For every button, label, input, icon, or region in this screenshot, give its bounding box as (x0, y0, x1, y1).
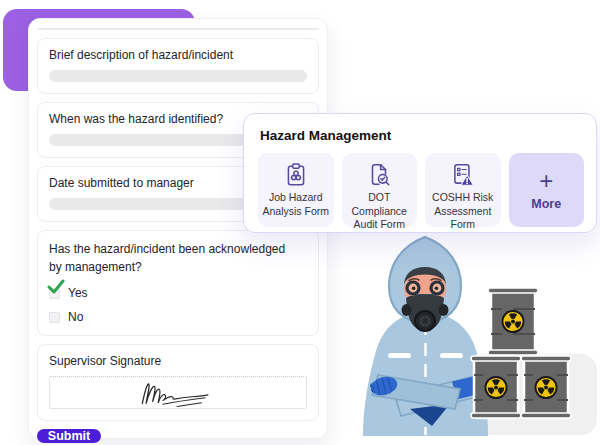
signature-label: Supervisor Signature (49, 354, 307, 368)
field-label: Brief description of hazard/incident (49, 48, 307, 62)
plus-icon: + (539, 169, 553, 193)
hazard-management-tiles: Job Hazard Analysis Form DOT Compliance … (258, 153, 584, 227)
field-brief-description: Brief description of hazard/incident (37, 38, 319, 94)
signature-box[interactable] (49, 376, 307, 409)
tile-label: Job Hazard Analysis Form (258, 191, 334, 218)
tile-more[interactable]: + More (509, 153, 585, 227)
tile-dot-compliance-audit-form[interactable]: DOT Compliance Audit Form (342, 153, 418, 227)
hazard-management-panel: Hazard Management Job Hazard Analysis Fo… (243, 113, 597, 233)
option-no-label: No (68, 310, 83, 324)
tile-label: COSHH Risk Assessment Form (425, 191, 501, 232)
option-no[interactable]: No (49, 310, 307, 324)
option-yes[interactable]: Yes (49, 286, 307, 300)
checkmark-icon (47, 279, 65, 295)
form-header-accent-bar (38, 29, 318, 30)
option-yes-label: Yes (68, 286, 88, 300)
checkbox-no[interactable] (49, 312, 60, 323)
document-audit-icon (366, 162, 392, 188)
document-warning-icon (450, 162, 476, 188)
tile-label: DOT Compliance Audit Form (342, 191, 418, 232)
tile-coshh-risk-assessment-form[interactable]: COSHH Risk Assessment Form (425, 153, 501, 227)
submit-button[interactable]: Submit (37, 429, 101, 443)
clipboard-hazard-icon (283, 162, 309, 188)
text-input[interactable] (49, 70, 307, 82)
acknowledgment-question: Has the hazard/incident been acknowledge… (49, 240, 286, 276)
field-acknowledgment: Has the hazard/incident been acknowledge… (37, 230, 319, 336)
hazard-management-title: Hazard Management (260, 128, 584, 143)
more-label: More (531, 197, 561, 211)
form-header: HAZARD/INCIDENT REPORT FORM (37, 28, 319, 30)
field-supervisor-signature: Supervisor Signature (37, 344, 319, 421)
signature-image (135, 378, 221, 408)
hazmat-worker-illustration (340, 228, 600, 445)
tile-job-hazard-analysis-form[interactable]: Job Hazard Analysis Form (258, 153, 334, 227)
